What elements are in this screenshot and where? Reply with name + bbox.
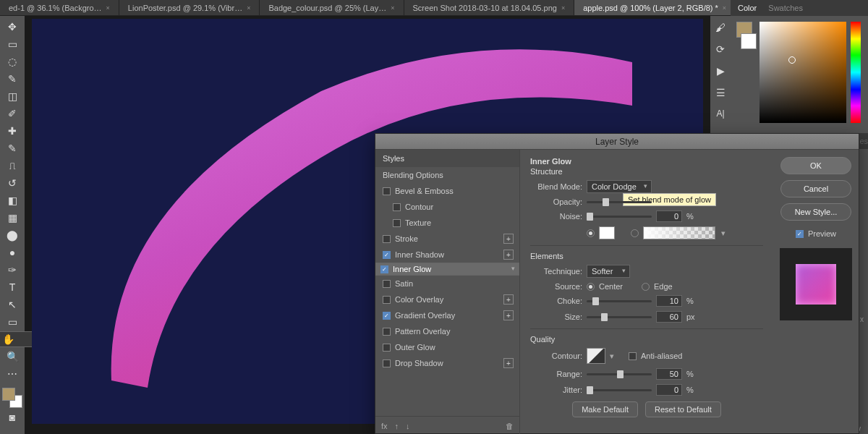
foreground-color-swatch[interactable] bbox=[2, 388, 15, 401]
brush-tool-icon[interactable]: ✎ bbox=[3, 140, 22, 156]
dialog-title[interactable]: Layer Style bbox=[375, 134, 859, 150]
color-cursor-icon[interactable] bbox=[788, 56, 796, 64]
checkbox-icon[interactable] bbox=[383, 296, 391, 304]
effect-bevel-emboss[interactable]: Bevel & Emboss bbox=[375, 183, 519, 199]
brush-panel-icon[interactable]: 🖌 bbox=[715, 22, 726, 33]
foreground-background-swatch[interactable] bbox=[2, 388, 22, 408]
blur-tool-icon[interactable]: ⬤ bbox=[3, 227, 22, 243]
eyedropper-tool-icon[interactable]: ✐ bbox=[3, 106, 22, 122]
effect-inner-shadow[interactable]: ✓Inner Shadow+ bbox=[375, 247, 519, 263]
dodge-tool-icon[interactable]: ● bbox=[3, 244, 22, 260]
blend-mode-select[interactable]: Color Dodge bbox=[587, 180, 652, 193]
tab-2[interactable]: Badge_colour.psd @ 25% (Lay…× bbox=[260, 0, 404, 15]
edit-toolbar-icon[interactable]: ⋯ bbox=[3, 366, 22, 382]
styles-header[interactable]: Styles bbox=[375, 150, 519, 167]
checkbox-icon[interactable]: ✓ bbox=[383, 251, 391, 259]
preview-checkbox[interactable]: ✓ bbox=[796, 230, 804, 238]
close-icon[interactable]: × bbox=[247, 4, 250, 12]
history-brush-tool-icon[interactable]: ↺ bbox=[3, 175, 22, 191]
checkbox-icon[interactable] bbox=[383, 344, 391, 352]
noise-slider[interactable] bbox=[587, 216, 652, 218]
add-effect-icon[interactable]: + bbox=[503, 358, 514, 368]
choke-slider[interactable] bbox=[587, 300, 652, 302]
technique-select[interactable]: Softer bbox=[587, 265, 630, 278]
make-default-button[interactable]: Make Default bbox=[572, 401, 638, 417]
ok-button[interactable]: OK bbox=[780, 157, 851, 174]
character-panel-icon[interactable]: A| bbox=[716, 109, 724, 119]
shape-tool-icon[interactable]: ▭ bbox=[3, 314, 22, 330]
quick-select-tool-icon[interactable]: ✎ bbox=[3, 71, 22, 87]
fx-icon[interactable]: fx bbox=[381, 422, 388, 430]
marquee-tool-icon[interactable]: ▭ bbox=[3, 36, 22, 52]
cancel-button[interactable]: Cancel bbox=[780, 180, 851, 197]
add-effect-icon[interactable]: + bbox=[503, 294, 514, 305]
tab-swatches[interactable]: Swatches bbox=[768, 4, 803, 12]
close-icon[interactable]: × bbox=[561, 4, 565, 12]
tab-3[interactable]: Screen Shot 2018-03-10 at 18.04.05.png× bbox=[404, 0, 575, 15]
checkbox-icon[interactable]: ✓ bbox=[383, 312, 391, 320]
effect-stroke[interactable]: Stroke+ bbox=[375, 231, 519, 247]
reset-default-button[interactable]: Reset to Default bbox=[645, 401, 721, 417]
panel-close-icon[interactable]: x bbox=[860, 315, 864, 323]
type-tool-icon[interactable]: T bbox=[3, 279, 22, 295]
anti-aliased-checkbox[interactable] bbox=[629, 352, 637, 360]
new-style-button[interactable]: New Style... bbox=[780, 203, 851, 221]
tab-4[interactable]: apple.psd @ 100% (Layer 2, RGB/8) *× bbox=[574, 0, 736, 15]
move-tool-icon[interactable]: ✥ bbox=[3, 19, 22, 35]
color-picker[interactable] bbox=[731, 16, 868, 133]
contour-picker[interactable] bbox=[587, 348, 605, 364]
checkbox-icon[interactable] bbox=[383, 359, 391, 367]
color-radio[interactable] bbox=[587, 229, 595, 237]
hue-slider[interactable] bbox=[851, 22, 861, 123]
range-value[interactable]: 50 bbox=[656, 368, 682, 380]
range-slider[interactable] bbox=[587, 373, 652, 375]
choke-value[interactable]: 10 bbox=[656, 295, 682, 307]
lasso-tool-icon[interactable]: ◌ bbox=[3, 54, 22, 69]
effect-satin[interactable]: Satin bbox=[375, 276, 519, 292]
checkbox-icon[interactable] bbox=[383, 235, 391, 243]
jitter-slider[interactable] bbox=[587, 389, 652, 391]
close-icon[interactable]: × bbox=[106, 4, 110, 12]
color-picker-swatches[interactable] bbox=[736, 22, 755, 127]
properties-panel-icon[interactable]: ☰ bbox=[716, 87, 726, 98]
source-center-radio[interactable] bbox=[587, 283, 595, 291]
size-value[interactable]: 60 bbox=[656, 311, 682, 323]
quick-mask-icon[interactable]: ◙ bbox=[3, 409, 22, 425]
noise-value[interactable]: 0 bbox=[656, 210, 682, 222]
bg-swatch[interactable] bbox=[741, 33, 757, 49]
glow-color-swatch[interactable] bbox=[599, 226, 615, 239]
tab-color[interactable]: Color bbox=[738, 4, 757, 12]
arrow-down-icon[interactable]: ↓ bbox=[406, 422, 410, 430]
actions-panel-icon[interactable]: ▶ bbox=[717, 65, 725, 77]
checkbox-icon[interactable]: ✓ bbox=[380, 265, 388, 273]
add-effect-icon[interactable]: + bbox=[503, 250, 514, 260]
tab-1[interactable]: LionPoster.psd @ 29.1% (Vibr…× bbox=[119, 0, 260, 15]
eraser-tool-icon[interactable]: ◧ bbox=[3, 192, 22, 208]
saturation-brightness-field[interactable] bbox=[760, 22, 846, 123]
effect-inner-glow[interactable]: ✓Inner Glow bbox=[375, 263, 519, 276]
trash-icon[interactable]: 🗑 bbox=[506, 422, 514, 430]
glow-gradient-swatch[interactable] bbox=[643, 226, 715, 239]
add-effect-icon[interactable]: + bbox=[503, 310, 514, 320]
close-icon[interactable]: × bbox=[391, 4, 394, 12]
checkbox-icon[interactable] bbox=[393, 219, 401, 227]
effect-pattern-overlay[interactable]: Pattern Overlay bbox=[375, 323, 519, 339]
pen-tool-icon[interactable]: ✑ bbox=[3, 262, 22, 278]
opacity-slider[interactable] bbox=[587, 201, 652, 203]
path-select-tool-icon[interactable]: ↖ bbox=[3, 297, 22, 312]
effect-drop-shadow[interactable]: Drop Shadow+ bbox=[375, 355, 519, 371]
effect-gradient-overlay[interactable]: ✓Gradient Overlay+ bbox=[375, 307, 519, 323]
size-slider[interactable] bbox=[587, 316, 652, 318]
healing-tool-icon[interactable]: ✚ bbox=[3, 123, 22, 139]
blending-options[interactable]: Blending Options bbox=[375, 167, 519, 183]
zoom-tool-icon[interactable]: 🔍 bbox=[3, 349, 22, 365]
stamp-tool-icon[interactable]: ⎍ bbox=[3, 158, 22, 174]
effect-outer-glow[interactable]: Outer Glow bbox=[375, 339, 519, 355]
close-icon[interactable]: × bbox=[723, 4, 726, 12]
checkbox-icon[interactable] bbox=[383, 280, 391, 288]
checkbox-icon[interactable] bbox=[383, 187, 391, 195]
checkbox-icon[interactable] bbox=[383, 328, 391, 336]
source-edge-radio[interactable] bbox=[642, 283, 650, 291]
effect-contour[interactable]: Contour bbox=[375, 199, 519, 215]
arrow-up-icon[interactable]: ↑ bbox=[395, 422, 399, 430]
